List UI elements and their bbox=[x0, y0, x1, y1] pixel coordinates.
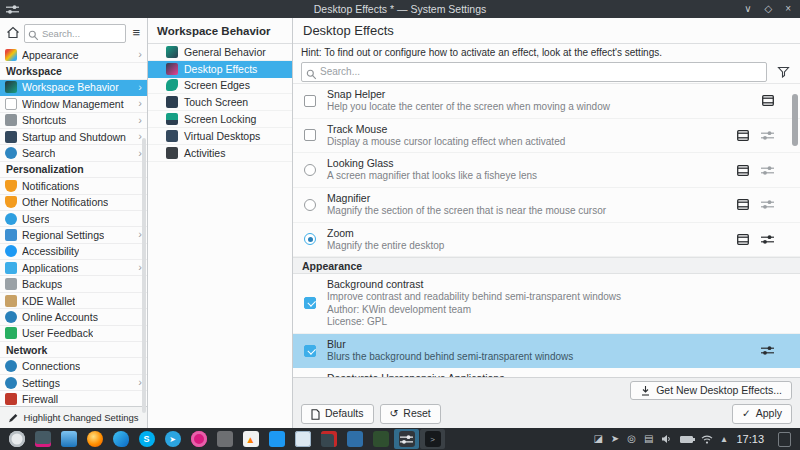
taskbar-kde-tool[interactable] bbox=[264, 429, 289, 449]
image-viewer-icon bbox=[373, 431, 389, 447]
effects-scrollbar[interactable] bbox=[792, 94, 798, 146]
sidebar-item-regional-settings[interactable]: Regional Settings› bbox=[0, 227, 147, 243]
sidebar-item-shortcuts[interactable]: Shortcuts› bbox=[0, 113, 147, 129]
taskbar-skype[interactable]: S bbox=[134, 429, 159, 449]
telegram-tray[interactable]: ➤ bbox=[611, 434, 619, 444]
effect-radio[interactable] bbox=[304, 164, 316, 176]
volume-tray[interactable] bbox=[661, 434, 672, 444]
taskbar-document-app[interactable] bbox=[290, 429, 315, 449]
taskbar-image-viewer[interactable] bbox=[368, 429, 393, 449]
effect-settings-icon[interactable] bbox=[761, 234, 774, 245]
hamburger-menu-icon[interactable]: ≡ bbox=[130, 25, 142, 40]
sidebar-item-appearance[interactable]: Appearance› bbox=[0, 47, 147, 63]
effect-row[interactable]: BlurBlurs the background behind semi-tra… bbox=[293, 334, 800, 369]
taskbar-edge[interactable] bbox=[108, 429, 133, 449]
sidebar-item-firewall[interactable]: Firewall bbox=[0, 391, 147, 406]
minimize-icon[interactable]: ∨ bbox=[744, 0, 751, 18]
window-titlebar[interactable]: Desktop Effects * — System Settings ∨ ◇ … bbox=[0, 0, 800, 18]
effect-settings-icon[interactable] bbox=[761, 345, 774, 356]
effect-row[interactable]: Desaturate Unresponsive ApplicationsDesa… bbox=[293, 368, 800, 376]
video-preview-icon[interactable] bbox=[737, 165, 749, 176]
sidebar-item-workspace-behavior[interactable]: Workspace Behavior› bbox=[0, 80, 147, 96]
effect-settings-icon[interactable] bbox=[761, 165, 774, 176]
effect-checkbox[interactable] bbox=[304, 129, 316, 141]
taskbar-app-launcher[interactable] bbox=[4, 429, 29, 449]
taskbar-system-settings[interactable] bbox=[394, 429, 419, 449]
network-tray[interactable] bbox=[701, 435, 713, 444]
general-behavior-icon bbox=[166, 46, 178, 58]
clock[interactable]: 17:13 bbox=[736, 433, 764, 445]
sidebar-item-user-feedback[interactable]: User Feedback bbox=[0, 326, 147, 342]
clipboard-tray[interactable]: ▤ bbox=[644, 434, 653, 444]
category-item-touch-screen[interactable]: Touch Screen bbox=[148, 94, 292, 111]
sidebar-item-window-management[interactable]: Window Management› bbox=[0, 96, 147, 112]
category-item-screen-edges[interactable]: Screen Edges bbox=[148, 78, 292, 95]
highlight-changed-settings-button[interactable]: Highlight Changed Settings bbox=[0, 406, 147, 428]
sidebar-item-online-accounts[interactable]: Online Accounts bbox=[0, 309, 147, 325]
taskbar-files-app[interactable] bbox=[342, 429, 367, 449]
effect-row[interactable]: Background contrastImprove contrast and … bbox=[293, 274, 800, 334]
taskbar-kate[interactable] bbox=[316, 429, 341, 449]
sidebar-item-settings[interactable]: Settings› bbox=[0, 375, 147, 391]
accessibility-tray[interactable]: ◎ bbox=[627, 434, 636, 444]
sidebar-item-applications[interactable]: Applications› bbox=[0, 260, 147, 276]
sidebar-item-kde-wallet[interactable]: KDE Wallet bbox=[0, 293, 147, 309]
video-preview-icon[interactable] bbox=[762, 95, 774, 106]
vlc-icon: ▲ bbox=[243, 431, 259, 447]
taskbar-media-app[interactable] bbox=[186, 429, 211, 449]
effect-settings-icon[interactable] bbox=[761, 130, 774, 141]
sidebar-item-other-notifications[interactable]: Other Notifications bbox=[0, 195, 147, 211]
taskbar-telegram[interactable]: ➤ bbox=[160, 429, 185, 449]
close-icon[interactable]: × bbox=[785, 0, 791, 18]
show-desktop-button[interactable] bbox=[778, 432, 791, 447]
effect-row[interactable]: Snap HelperHelp you locate the center of… bbox=[293, 84, 800, 119]
taskbar-display-app[interactable] bbox=[30, 429, 55, 449]
effect-row[interactable]: ZoomMagnify the entire desktop bbox=[293, 223, 800, 258]
video-preview-icon[interactable] bbox=[737, 199, 749, 210]
effect-checkbox[interactable] bbox=[304, 297, 316, 309]
filter-icon[interactable] bbox=[777, 65, 790, 78]
category-item-activities[interactable]: Activities bbox=[148, 145, 292, 162]
sidebar-item-search[interactable]: Search› bbox=[0, 145, 147, 161]
effect-row[interactable]: MagnifierMagnify the section of the scre… bbox=[293, 188, 800, 223]
category-item-general-behavior[interactable]: General Behavior bbox=[148, 44, 292, 61]
effect-checkbox[interactable] bbox=[304, 345, 316, 357]
screen-layout-tray[interactable]: ◪ bbox=[593, 434, 602, 444]
effect-settings-icon[interactable] bbox=[761, 199, 774, 210]
effect-radio[interactable] bbox=[304, 233, 316, 245]
reset-button[interactable]: ↺ Reset bbox=[380, 404, 441, 424]
effect-row[interactable]: Looking GlassA screen magnifier that loo… bbox=[293, 153, 800, 188]
effects-search-input[interactable] bbox=[301, 62, 767, 82]
taskbar-gimp[interactable] bbox=[212, 429, 237, 449]
taskbar-vlc[interactable]: ▲ bbox=[238, 429, 263, 449]
video-preview-icon[interactable] bbox=[737, 234, 749, 245]
sidebar-item-backups[interactable]: Backups bbox=[0, 276, 147, 292]
effect-radio[interactable] bbox=[304, 199, 316, 211]
sidebar-item-label: Accessibility bbox=[22, 245, 79, 257]
battery-tray[interactable] bbox=[680, 436, 693, 443]
sidebar-item-label: Regional Settings bbox=[22, 229, 104, 241]
taskbar-file-manager[interactable] bbox=[56, 429, 81, 449]
sidebar-item-connections[interactable]: Connections bbox=[0, 358, 147, 374]
video-preview-icon[interactable] bbox=[737, 130, 749, 141]
effect-row[interactable]: Track MouseDisplay a mouse cursor locati… bbox=[293, 119, 800, 154]
expand-tray[interactable]: ▴ bbox=[721, 434, 726, 444]
sidebar-item-startup-and-shutdown[interactable]: Startup and Shutdown› bbox=[0, 129, 147, 145]
defaults-button[interactable]: Defaults bbox=[301, 404, 374, 424]
home-icon[interactable] bbox=[5, 26, 20, 40]
category-item-screen-locking[interactable]: Screen Locking bbox=[148, 111, 292, 128]
category-item-virtual-desktops[interactable]: Virtual Desktops bbox=[148, 128, 292, 145]
sidebar-item-notifications[interactable]: Notifications bbox=[0, 178, 147, 194]
effect-checkbox[interactable] bbox=[304, 95, 316, 107]
maximize-icon[interactable]: ◇ bbox=[764, 0, 772, 18]
sidebar-item-users[interactable]: Users bbox=[0, 211, 147, 227]
apply-button[interactable]: ✓ Apply bbox=[732, 404, 792, 424]
sidebar-item-accessibility[interactable]: Accessibility bbox=[0, 244, 147, 260]
battery-icon bbox=[680, 436, 693, 443]
taskbar-firefox[interactable] bbox=[82, 429, 107, 449]
taskbar-konsole[interactable]: > bbox=[420, 429, 445, 449]
category-item-desktop-effects[interactable]: Desktop Effects bbox=[148, 61, 292, 78]
get-new-effects-button[interactable]: Get New Desktop Effects... bbox=[630, 381, 792, 401]
sidebar-search-input[interactable] bbox=[24, 24, 126, 43]
sidebar-scrollbar[interactable] bbox=[142, 138, 146, 413]
